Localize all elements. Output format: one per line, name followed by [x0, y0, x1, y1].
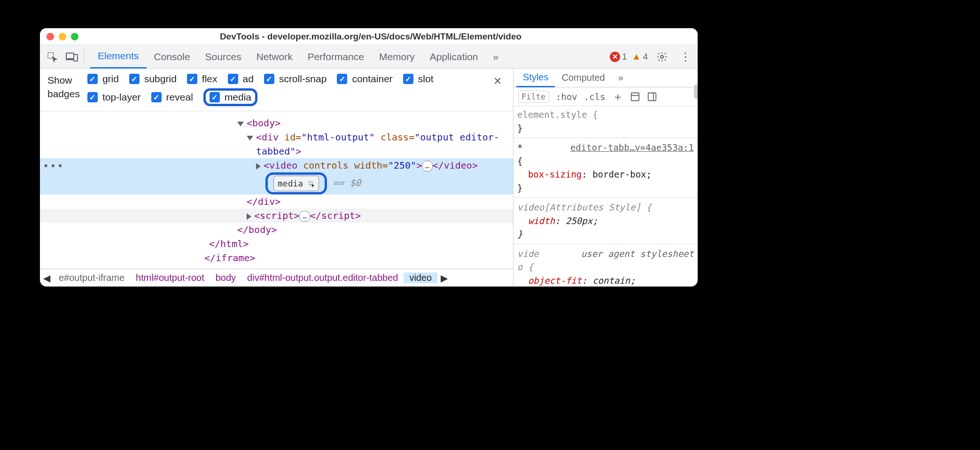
maximize-window-button[interactable] — [71, 33, 78, 40]
styles-filter-input[interactable] — [518, 91, 549, 103]
tab-console[interactable]: Console — [147, 45, 198, 69]
window-title: DevTools - developer.mozilla.org/en-US/d… — [78, 31, 663, 42]
scrollbar-thumb[interactable] — [694, 85, 698, 99]
warning-number: 4 — [643, 52, 648, 62]
breadcrumb: ◀ e#output-iframe html#output-root body … — [40, 269, 513, 287]
badge-check-flex[interactable]: ✓flex — [187, 73, 218, 85]
styles-tabs-overflow[interactable]: » — [612, 69, 630, 87]
badge-check-reveal[interactable]: ✓reveal — [151, 88, 193, 106]
close-badge-bar-icon[interactable]: ✕ — [490, 73, 506, 89]
tab-network[interactable]: Network — [249, 45, 300, 69]
panel-tabs: Elements Console Sources Network Perform… — [87, 45, 506, 69]
cls-toggle[interactable]: .cls — [584, 92, 606, 102]
tab-sources[interactable]: Sources — [198, 45, 249, 69]
dom-node-media-badge-row[interactable]: media == $0 — [40, 172, 513, 194]
expand-icon[interactable] — [247, 136, 253, 140]
devtools-window: DevTools - developer.mozilla.org/en-US/d… — [40, 28, 698, 287]
error-icon: ✕ — [610, 52, 620, 62]
styles-toolbar: :hov .cls ＋ — [513, 87, 698, 106]
svg-rect-2 — [74, 54, 78, 61]
badge-check-grid[interactable]: ✓grid — [87, 73, 119, 85]
tab-memory[interactable]: Memory — [372, 45, 422, 69]
dollar-zero-label: == $0 — [333, 177, 361, 188]
badge-check-media[interactable]: ✓media — [210, 92, 251, 103]
rule-video-ua[interactable]: user agent stylesheet vide o { object-fi… — [517, 247, 694, 287]
dom-node-div[interactable]: <div id="html-output" class="output edit… — [40, 130, 513, 144]
sidebar-toggle-icon[interactable] — [647, 92, 657, 102]
expand-icon[interactable] — [237, 122, 244, 126]
tab-performance[interactable]: Performance — [300, 45, 372, 69]
breadcrumb-item[interactable]: html#output-root — [130, 272, 210, 283]
new-rule-icon[interactable]: ＋ — [612, 89, 623, 104]
breadcrumb-item[interactable]: e#output-iframe — [53, 272, 130, 283]
dom-node-div-cont[interactable]: tabbed"> — [40, 144, 513, 158]
device-toggle-icon[interactable] — [62, 47, 81, 66]
traffic-lights — [47, 33, 78, 40]
breadcrumb-prev-icon[interactable]: ◀ — [40, 272, 53, 284]
badge-check-top-layer[interactable]: ✓top-layer — [87, 88, 141, 106]
badge-bar-label: Show badges — [47, 73, 80, 101]
rule-element-style[interactable]: element.style { } — [517, 108, 694, 135]
body-area: Show badges ✓grid ✓subgrid ✓flex ✓ad ✓sc… — [40, 69, 698, 287]
warning-count[interactable]: ▲ 4 — [632, 51, 648, 62]
dom-node-script[interactable]: <script>…</script> — [40, 209, 513, 223]
breadcrumb-item-selected[interactable]: video — [404, 272, 437, 283]
main-toolbar: Elements Console Sources Network Perform… — [40, 45, 698, 69]
svg-rect-6 — [648, 93, 656, 101]
dom-node-body[interactable]: <body> — [40, 116, 513, 130]
media-badge-highlight: media — [265, 172, 327, 194]
error-number: 1 — [622, 52, 627, 62]
styles-pane: Styles Computed » :hov .cls ＋ element — [513, 69, 698, 287]
gutter-dots-icon[interactable]: ••• — [43, 158, 64, 174]
dom-node-body-close[interactable]: </body> — [40, 223, 513, 237]
badge-checkboxes: ✓grid ✓subgrid ✓flex ✓ad ✓scroll-snap ✓c… — [87, 73, 482, 106]
svg-point-3 — [661, 55, 663, 58]
tab-application[interactable]: Application — [422, 45, 486, 69]
elements-pane: Show badges ✓grid ✓subgrid ✓flex ✓ad ✓sc… — [40, 69, 513, 287]
tab-elements[interactable]: Elements — [90, 45, 147, 69]
inspect-icon[interactable] — [43, 47, 62, 66]
badge-check-scroll-snap[interactable]: ✓scroll-snap — [264, 73, 327, 85]
breadcrumb-item[interactable]: div#html-output.output.editor-tabbed — [241, 272, 404, 283]
close-window-button[interactable] — [47, 33, 54, 40]
badge-check-media-highlight: ✓media — [203, 88, 257, 106]
dom-tree[interactable]: <body> <div id="html-output" class="outp… — [40, 111, 513, 269]
minimize-window-button[interactable] — [59, 33, 66, 40]
badge-check-slot[interactable]: ✓slot — [403, 73, 434, 85]
styles-tabs: Styles Computed » — [513, 69, 698, 87]
toolbar-right: ✕ 1 ▲ 4 ⋮ — [610, 47, 695, 66]
expand-icon[interactable] — [256, 163, 261, 170]
tab-styles[interactable]: Styles — [516, 69, 555, 87]
dom-node-html-close[interactable]: </html> — [40, 237, 513, 251]
ellipsis-icon[interactable]: … — [422, 161, 432, 171]
media-badge[interactable]: media — [273, 176, 319, 191]
source-link[interactable]: editor-tabb…v=4ae353a:1 — [570, 141, 694, 155]
breadcrumb-next-icon[interactable]: ▶ — [437, 272, 451, 284]
breadcrumb-item[interactable]: body — [210, 272, 241, 283]
badge-check-subgrid[interactable]: ✓subgrid — [129, 73, 177, 85]
hov-toggle[interactable]: :hov — [556, 92, 577, 102]
dom-node-div-close[interactable]: </div> — [40, 194, 513, 209]
badge-check-ad[interactable]: ✓ad — [228, 73, 254, 85]
tab-computed[interactable]: Computed — [555, 69, 611, 87]
error-count[interactable]: ✕ 1 — [610, 52, 627, 62]
dom-node-video-selected[interactable]: ••• <video controls width="250">…</video… — [40, 158, 513, 172]
computed-toggle-icon[interactable] — [630, 92, 640, 102]
dom-node-iframe-close[interactable]: </iframe> — [40, 251, 513, 265]
svg-rect-5 — [631, 93, 639, 101]
svg-rect-1 — [66, 53, 74, 59]
expand-icon[interactable] — [247, 213, 251, 220]
divider — [84, 49, 85, 64]
titlebar: DevTools - developer.mozilla.org/en-US/d… — [40, 28, 698, 45]
badge-settings-bar: Show badges ✓grid ✓subgrid ✓flex ✓ad ✓sc… — [40, 69, 513, 111]
settings-icon[interactable] — [653, 47, 671, 66]
more-icon[interactable]: ⋮ — [676, 47, 695, 66]
ua-stylesheet-label: user agent stylesheet — [581, 247, 694, 261]
ellipsis-icon[interactable]: … — [299, 211, 310, 222]
rule-video-attrs[interactable]: video[Attributes Style] { width: 250px; … — [517, 201, 694, 241]
badge-check-container[interactable]: ✓container — [337, 73, 392, 85]
rule-universal[interactable]: editor-tabb…v=4ae353a:1 * { box-sizing: … — [517, 141, 694, 194]
tabs-overflow[interactable]: » — [485, 45, 506, 69]
warning-icon: ▲ — [632, 51, 641, 62]
styles-rules[interactable]: element.style { } editor-tabb…v=4ae353a:… — [513, 106, 698, 287]
